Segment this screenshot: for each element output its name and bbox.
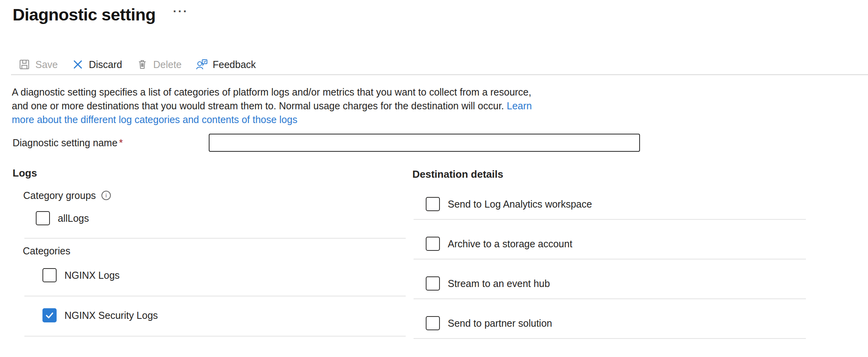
- feedback-button[interactable]: Feedback: [196, 59, 256, 70]
- divider: [414, 219, 806, 220]
- name-field-label-text: Diagnostic setting name: [13, 137, 118, 148]
- checkbox-row: NGINX Security Logs: [42, 308, 410, 322]
- delete-button[interactable]: Delete: [136, 59, 182, 70]
- learn-more-link[interactable]: Learn: [507, 100, 532, 111]
- categories-label: Categories: [23, 245, 410, 256]
- checkbox[interactable]: [426, 237, 440, 251]
- checkmark-icon: [44, 310, 55, 320]
- divider: [414, 338, 806, 339]
- destination-options-list: Send to Log Analytics workspace Archive …: [412, 197, 809, 339]
- checkbox-label[interactable]: allLogs: [58, 213, 89, 224]
- category-groups-row: Category groups i: [23, 190, 410, 201]
- checkbox[interactable]: [42, 308, 57, 322]
- categories-list: NGINX Logs NGINX Security Logs: [13, 268, 410, 337]
- checkbox[interactable]: [36, 211, 50, 225]
- checkbox-row: allLogs: [36, 211, 410, 225]
- feedback-person-icon: [196, 59, 208, 70]
- checkbox-label[interactable]: NGINX Logs: [64, 270, 120, 281]
- save-button[interactable]: Save: [18, 59, 58, 70]
- required-asterisk: *: [119, 137, 123, 148]
- toolbar-divider: [11, 74, 868, 75]
- save-label: Save: [35, 59, 58, 70]
- page-header: Diagnostic setting: [13, 3, 156, 26]
- divider: [24, 296, 406, 296]
- feedback-label: Feedback: [213, 59, 256, 70]
- destination-details-section: Destination details Send to Log Analytic…: [412, 168, 809, 339]
- diagnostic-setting-page: Diagnostic setting ··· Save Discard: [0, 0, 868, 357]
- category-groups-label: Category groups: [23, 190, 96, 201]
- checkbox[interactable]: [426, 316, 440, 330]
- checkbox-row: Send to partner solution: [426, 316, 809, 330]
- checkbox[interactable]: [426, 197, 440, 211]
- description-line1: A diagnostic setting specifies a list of…: [12, 86, 531, 98]
- category-groups-list: allLogs: [13, 211, 410, 239]
- logs-heading: Logs: [13, 167, 410, 179]
- checkbox-label[interactable]: NGINX Security Logs: [64, 310, 158, 321]
- discard-x-icon: [72, 59, 84, 70]
- checkbox-label[interactable]: Archive to a storage account: [448, 238, 572, 250]
- description-text: A diagnostic setting specifies a list of…: [12, 85, 601, 127]
- discard-label: Discard: [89, 59, 122, 70]
- save-icon: [18, 59, 30, 70]
- checkbox-row: Archive to a storage account: [426, 237, 809, 251]
- description-line2: and one or more destinations that you wo…: [12, 100, 504, 111]
- divider: [24, 336, 406, 337]
- more-options-button[interactable]: ···: [173, 6, 188, 17]
- destination-details-heading: Destination details: [412, 168, 809, 180]
- discard-button[interactable]: Discard: [72, 59, 122, 70]
- page-title: Diagnostic setting: [13, 3, 156, 26]
- divider: [414, 259, 806, 259]
- info-icon[interactable]: i: [101, 191, 111, 200]
- checkbox-label[interactable]: Send to partner solution: [448, 318, 552, 329]
- checkbox-row: Stream to an event hub: [426, 276, 809, 291]
- checkbox-row: Send to Log Analytics workspace: [426, 197, 809, 211]
- delete-label: Delete: [153, 59, 182, 70]
- divider: [414, 298, 806, 299]
- trash-icon: [136, 59, 148, 70]
- name-field-label: Diagnostic setting name*: [13, 137, 209, 149]
- command-bar: Save Discard Del: [18, 55, 270, 74]
- checkbox[interactable]: [426, 276, 440, 291]
- checkbox-row: NGINX Logs: [42, 268, 410, 282]
- diagnostic-setting-name-input[interactable]: [209, 134, 640, 152]
- logs-section: Logs Category groups i allLogs Categorie…: [13, 167, 410, 337]
- name-field-row: Diagnostic setting name*: [13, 134, 640, 152]
- checkbox[interactable]: [42, 268, 57, 282]
- divider: [24, 238, 406, 239]
- checkbox-label[interactable]: Stream to an event hub: [448, 278, 550, 289]
- learn-more-link-continued[interactable]: more about the different log categories …: [12, 114, 297, 125]
- checkbox-label[interactable]: Send to Log Analytics workspace: [448, 199, 592, 210]
